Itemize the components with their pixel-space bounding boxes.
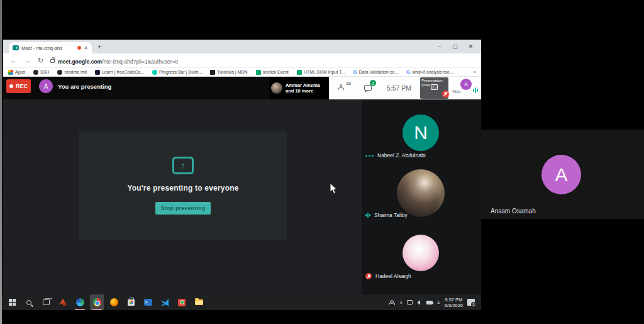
mic-off-icon <box>365 273 372 279</box>
recording-dot-icon <box>9 84 13 88</box>
chrome-icon <box>93 298 101 306</box>
video-edge-artifact <box>0 0 2 324</box>
network-icon[interactable] <box>407 300 413 304</box>
forward-button[interactable]: → <box>24 57 31 64</box>
task-view-icon <box>43 299 50 305</box>
taskbar-vscode[interactable] <box>158 294 172 310</box>
people-icon[interactable] <box>389 300 395 305</box>
speaker-icon[interactable] <box>417 301 420 304</box>
chat-icon[interactable] <box>364 85 372 91</box>
firefox-icon <box>110 298 118 306</box>
meet-stage: ↑ You're presenting to everyone Stop pre… <box>3 99 481 310</box>
bookmarks-overflow-icon[interactable]: » <box>474 69 476 75</box>
freecodecamp-icon <box>95 70 100 75</box>
bookmark-data-validation[interactable]: G Data Validation co... <box>353 70 398 75</box>
clock-time: 5:57 PM <box>445 297 463 303</box>
mouse-cursor <box>330 182 338 194</box>
audio-idle-icon <box>365 155 374 157</box>
participant-label: Shaima Taliby <box>365 212 408 218</box>
taskbar-firefox[interactable] <box>107 294 121 310</box>
taskbar-matlab[interactable] <box>56 294 70 310</box>
taskbar-powershell[interactable]: >_ <box>141 294 155 310</box>
system-tray: ∧ £ 5:57 PM 6/3/2020 1 <box>389 294 475 310</box>
bookmark-apps[interactable]: Apps <box>8 70 25 75</box>
task-view-button[interactable] <box>39 294 53 310</box>
taskbar-microsoft-store[interactable] <box>124 294 138 310</box>
presenter-avatar: A <box>39 79 53 93</box>
edge-icon <box>76 298 84 306</box>
bookmark-freecodecamp[interactable]: Learn | freeCodeCa... <box>95 70 144 75</box>
close-button[interactable]: ✕ <box>463 43 479 50</box>
participant-label: Hadeel Alsaigh <box>365 273 411 279</box>
meet-top-bar: REC A You are presenting Ammar Alnema an… <box>3 77 481 99</box>
start-button[interactable] <box>5 294 19 310</box>
notification-count-badge: 1 <box>471 302 476 307</box>
remote-video-tile[interactable]: A Ansam Osamah <box>481 130 644 219</box>
chrome-browser-window: Meet - nte-iznq-ahd ✕ + – ▢ ✕ ← → ↻ meet… <box>3 40 481 310</box>
powershell-icon: >_ <box>144 299 152 306</box>
presentation-muted-badge <box>442 91 449 98</box>
other-participants-thumbnail[interactable]: Ammar Alnema and 10 more <box>269 77 329 99</box>
windows-taskbar: >_ ∧ £ 5:57 PM 6/3/2020 1 <box>2 294 481 310</box>
w3schools-icon <box>297 70 302 75</box>
tab-title: Meet - nte-iznq-ahd <box>21 45 75 51</box>
apps-grid-icon <box>8 70 13 75</box>
tray-chevron-up-icon[interactable]: ∧ <box>399 300 402 305</box>
audio-level-icon <box>473 87 479 93</box>
you-avatar[interactable]: A <box>460 79 472 90</box>
tab-strip: Meet - nte-iznq-ahd ✕ + – ▢ ✕ <box>3 40 481 53</box>
browser-toolbar: ← → ↻ meet.google.com/nte-iznq-ahd?pli=1… <box>3 53 481 68</box>
maximize-button[interactable]: ▢ <box>447 43 463 50</box>
participant-avatar-nabeel[interactable]: N <box>402 115 439 151</box>
meeting-time: 5:57 PM <box>387 84 411 92</box>
participant-avatar-shaima[interactable] <box>397 169 445 217</box>
taskbar-chrome[interactable] <box>90 294 104 310</box>
mic-off-icon <box>442 91 449 98</box>
participants-icon[interactable] <box>338 84 346 90</box>
vscode-icon <box>161 299 169 306</box>
tab-close-icon[interactable]: ✕ <box>84 45 88 51</box>
audio-speaking-icon <box>365 213 370 218</box>
address-bar[interactable]: meet.google.com/nte-iznq-ahd?pli=1&authu… <box>50 55 178 66</box>
battery-icon[interactable] <box>426 301 433 304</box>
google-g-icon: G <box>353 70 357 75</box>
action-center-icon[interactable]: 1 <box>467 299 475 306</box>
bookmark-bulma[interactable]: Progress Bar | Bulm... <box>152 70 202 75</box>
others-count: and 10 more <box>286 88 313 94</box>
presenting-title: You're presenting to everyone <box>127 184 238 193</box>
taskbar-clock[interactable]: 5:57 PM 6/3/2020 <box>445 297 463 308</box>
url-path: /nte-iznq-ahd?pli=1&authuser=0 <box>102 59 178 65</box>
participant-avatar-hadeel[interactable] <box>402 235 439 271</box>
language-indicator[interactable]: £ <box>437 299 440 305</box>
stop-presenting-button[interactable]: Stop presenting <box>155 202 211 215</box>
taskbar-edge[interactable] <box>73 294 87 310</box>
github-icon <box>33 70 38 75</box>
bookmark-html-dom-input[interactable]: HTML DOM Input T... <box>297 70 345 75</box>
taskbar-search-button[interactable] <box>22 294 36 310</box>
bookmark-onclick-event[interactable]: onclick Event <box>256 70 289 75</box>
minimize-button[interactable]: – <box>431 43 447 50</box>
recording-badge: REC <box>6 79 31 93</box>
remote-participant-avatar: A <box>541 155 581 194</box>
browser-tab-meet[interactable]: Meet - nte-iznq-ahd ✕ <box>9 42 92 53</box>
red-app-icon <box>178 299 186 306</box>
taskbar-file-explorer[interactable] <box>192 294 206 310</box>
present-arrow-icon: ↑ <box>172 157 194 174</box>
bookmark-what-if-analysis[interactable]: G what-if analysis too... <box>406 70 453 75</box>
bookmark-ssh[interactable]: SSH <box>33 70 49 75</box>
clock-date: 6/3/2020 <box>445 303 463 308</box>
presenting-status-text: You are presenting <box>58 83 111 90</box>
bookmark-readme[interactable]: readme.md <box>57 70 86 75</box>
window-controls: – ▢ ✕ <box>431 40 479 53</box>
reload-button[interactable]: ↻ <box>38 57 43 65</box>
you-label: You <box>452 89 461 94</box>
back-button[interactable]: ← <box>10 57 17 64</box>
bookmark-mdn[interactable]: Tutorials | MDN <box>210 70 247 75</box>
presenting-banner-card: ↑ You're presenting to everyone Stop pre… <box>79 131 287 240</box>
meet-favicon-icon <box>13 45 19 50</box>
taskbar-red-app[interactable] <box>175 294 189 310</box>
w3schools-icon <box>256 70 261 75</box>
new-tab-button[interactable]: + <box>97 43 101 50</box>
meet-toolbar-panel: 16 2 5:57 PM Presentation (You) You A <box>329 77 481 99</box>
bookmarks-bar: Apps SSH readme.md Learn | freeCodeCa...… <box>3 68 481 77</box>
